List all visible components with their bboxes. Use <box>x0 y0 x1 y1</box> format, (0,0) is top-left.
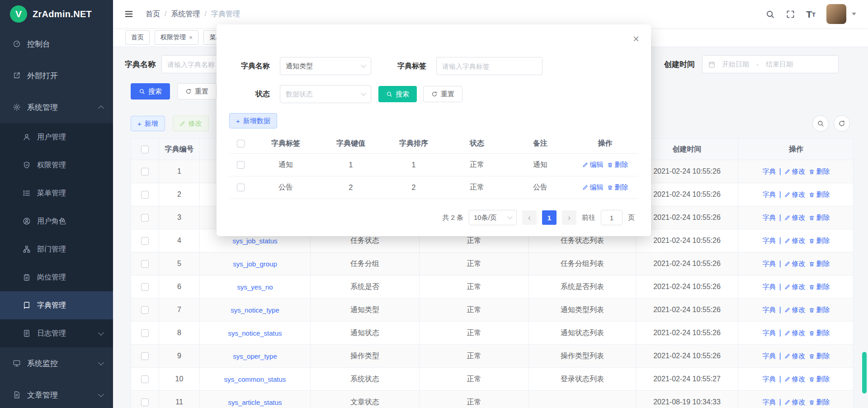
fullscreen-icon[interactable] <box>786 9 795 19</box>
row-checkbox[interactable] <box>141 352 149 360</box>
search-icon[interactable] <box>765 9 775 19</box>
row-edit-link[interactable]: 修改 <box>784 213 806 222</box>
row-delete-link[interactable]: 删除 <box>809 283 830 291</box>
dict-name-select[interactable]: 通知类型 <box>280 57 371 75</box>
sidebar-item-departments[interactable]: 部门管理 <box>0 235 113 263</box>
chevron-down-icon[interactable] <box>852 13 856 15</box>
row-edit-link[interactable]: 修改 <box>784 283 806 291</box>
table-refresh-icon[interactable] <box>834 115 850 132</box>
next-page-button[interactable]: › <box>562 210 576 225</box>
font-size-icon[interactable]: TT <box>806 9 816 19</box>
row-checkbox[interactable] <box>141 283 149 291</box>
dict-data-link[interactable]: 字典 <box>762 352 776 361</box>
cell-dict-name-link[interactable]: sys_job_group <box>233 260 277 268</box>
row-edit-link[interactable]: 修改 <box>784 260 806 268</box>
sidebar-item-posts[interactable]: 岗位管理 <box>0 263 113 291</box>
dict-data-link[interactable]: 字典 <box>762 237 776 245</box>
row-checkbox[interactable] <box>237 184 245 191</box>
row-edit-link[interactable]: 修改 <box>784 167 806 176</box>
row-checkbox[interactable] <box>237 161 245 169</box>
row-delete-link[interactable]: 删除 <box>809 260 830 268</box>
row-edit-link[interactable]: 修改 <box>784 375 806 384</box>
row-edit-link[interactable]: 修改 <box>784 398 806 407</box>
row-edit-link[interactable]: 编辑 <box>582 161 604 169</box>
row-checkbox[interactable] <box>141 168 149 176</box>
prev-page-button[interactable]: ‹ <box>522 210 537 225</box>
row-checkbox[interactable] <box>141 237 149 245</box>
dict-data-link[interactable]: 字典 <box>762 329 776 337</box>
row-delete-link[interactable]: 删除 <box>607 183 628 192</box>
row-checkbox[interactable] <box>141 399 149 406</box>
sidebar-item-console[interactable]: 控制台 <box>0 28 113 60</box>
sidebar-item-dictionary[interactable]: 字典管理 <box>0 291 113 319</box>
page-scrollbar[interactable] <box>862 352 867 394</box>
sidebar-item-system-mgmt[interactable]: 系统管理 <box>0 91 113 123</box>
cell-dict-name-link[interactable]: sys_common_status <box>224 375 286 383</box>
row-delete-link[interactable]: 删除 <box>809 213 830 222</box>
tag-permission[interactable]: 权限管理 × <box>155 30 198 45</box>
row-edit-link[interactable]: 修改 <box>784 352 806 361</box>
add-data-button[interactable]: + 新增数据 <box>229 113 277 128</box>
modal-reset-button[interactable]: 重置 <box>423 86 462 102</box>
row-edit-link[interactable]: 编辑 <box>582 183 604 192</box>
dict-data-link[interactable]: 字典 <box>762 260 776 268</box>
cell-dict-name-link[interactable]: sys_job_status <box>232 237 277 245</box>
row-edit-link[interactable]: 修改 <box>784 306 806 314</box>
hamburger-icon[interactable] <box>124 9 134 19</box>
row-delete-link[interactable]: 删除 <box>809 375 830 384</box>
row-delete-link[interactable]: 删除 <box>809 352 830 361</box>
row-delete-link[interactable]: 删除 <box>809 167 830 176</box>
dict-data-link[interactable]: 字典 <box>762 306 776 314</box>
select-all-checkbox[interactable] <box>141 146 149 153</box>
cell-dict-name-link[interactable]: sys_oper_type <box>233 352 277 360</box>
tag-home[interactable]: 首页 <box>125 30 150 45</box>
row-edit-link[interactable]: 修改 <box>784 190 806 199</box>
breadcrumb-home[interactable]: 首页 <box>146 9 160 19</box>
row-delete-link[interactable]: 删除 <box>809 329 830 337</box>
sidebar-item-permissions[interactable]: 权限管理 <box>0 151 113 179</box>
sidebar-item-articles[interactable]: 文章管理 <box>0 379 113 408</box>
dict-data-link[interactable]: 字典 <box>762 213 776 222</box>
sidebar-item-user-roles[interactable]: 用户角色 <box>0 207 113 235</box>
page-size-select[interactable]: 10条/页 <box>469 210 517 225</box>
select-all-checkbox[interactable] <box>237 140 245 147</box>
row-checkbox[interactable] <box>141 260 149 268</box>
row-delete-link[interactable]: 删除 <box>809 190 830 199</box>
row-checkbox[interactable] <box>141 375 149 383</box>
row-delete-link[interactable]: 删除 <box>809 398 830 407</box>
row-delete-link[interactable]: 删除 <box>809 306 830 314</box>
table-search-toggle-icon[interactable] <box>812 115 829 132</box>
current-page-button[interactable]: 1 <box>542 210 557 225</box>
breadcrumb-system[interactable]: 系统管理 <box>171 9 200 19</box>
row-checkbox[interactable] <box>141 306 149 314</box>
reset-button[interactable]: 重置 <box>177 83 217 100</box>
sidebar-item-external[interactable]: 外部打开 <box>0 60 113 91</box>
row-delete-link[interactable]: 删除 <box>607 161 628 169</box>
dict-label-input[interactable] <box>436 57 542 75</box>
close-icon[interactable]: × <box>189 34 193 41</box>
add-button[interactable]: + 新增 <box>131 116 165 131</box>
row-checkbox[interactable] <box>141 329 149 337</box>
row-checkbox[interactable] <box>141 214 149 222</box>
row-edit-link[interactable]: 修改 <box>784 329 806 337</box>
dict-data-link[interactable]: 字典 <box>762 283 776 291</box>
search-button[interactable]: 搜索 <box>131 83 170 100</box>
close-icon[interactable]: × <box>633 33 639 44</box>
dict-data-link[interactable]: 字典 <box>762 190 776 199</box>
sidebar-item-monitoring[interactable]: 系统监控 <box>0 347 113 379</box>
edit-button[interactable]: 修改 <box>173 116 209 131</box>
row-edit-link[interactable]: 修改 <box>784 237 806 245</box>
dict-data-link[interactable]: 字典 <box>762 167 776 176</box>
modal-search-button[interactable]: 搜索 <box>378 86 417 102</box>
status-select[interactable]: 数据状态 <box>280 85 371 103</box>
date-range-picker[interactable]: 开始日期 - 结束日期 <box>702 55 839 73</box>
cell-dict-name-link[interactable]: sys_notice_type <box>231 306 279 314</box>
row-checkbox[interactable] <box>141 191 149 199</box>
goto-page-input[interactable] <box>601 210 623 225</box>
avatar[interactable] <box>826 4 846 24</box>
sidebar-item-logs[interactable]: 日志管理 <box>0 319 113 347</box>
cell-dict-name-link[interactable]: sys_notice_status <box>228 329 282 337</box>
cell-dict-name-link[interactable]: sys_yes_no <box>237 283 273 291</box>
row-delete-link[interactable]: 删除 <box>809 237 830 245</box>
dict-data-link[interactable]: 字典 <box>762 375 776 384</box>
